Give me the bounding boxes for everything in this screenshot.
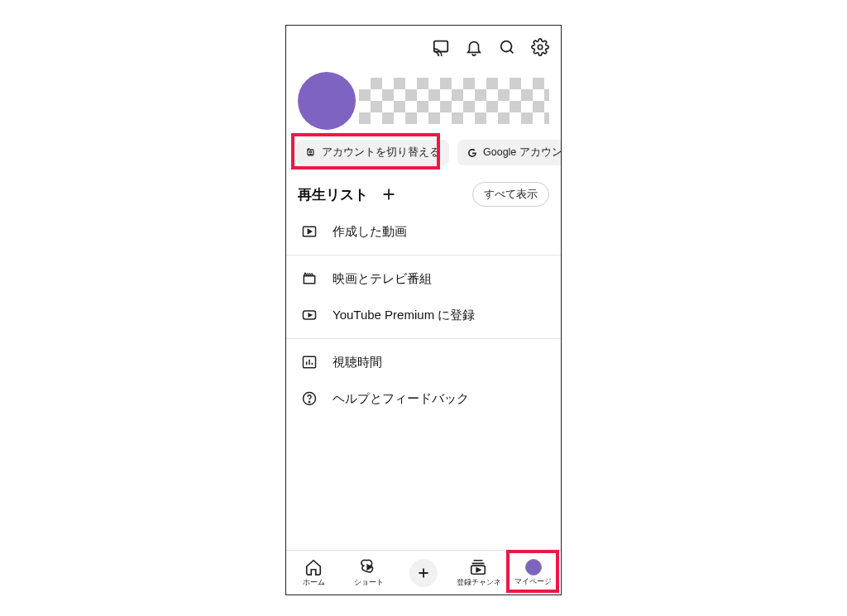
row-label: 視聴時間 — [333, 355, 382, 370]
row-label: YouTube Premium に登録 — [333, 308, 475, 323]
nav-mypage[interactable]: マイページ — [506, 551, 561, 595]
nav-label: マイページ — [514, 577, 552, 587]
nav-home[interactable]: ホーム — [286, 551, 341, 595]
help-icon — [301, 390, 318, 407]
show-all-button[interactable]: すべて表示 — [472, 182, 549, 207]
home-icon — [304, 558, 323, 576]
google-account-chip[interactable]: Google アカウン — [457, 140, 562, 165]
divider — [286, 255, 561, 255]
shorts-icon — [360, 558, 378, 576]
switch-account-icon — [305, 147, 317, 159]
playlist-title: 再生リスト — [298, 185, 368, 204]
divider — [286, 338, 561, 339]
row-label: 作成した動画 — [333, 224, 407, 240]
phone-frame: アカウントを切り替える Google アカウン 再生リスト すべて表示 作成した… — [285, 25, 562, 595]
play-box-icon — [301, 223, 318, 240]
avatar-small-icon — [525, 559, 542, 575]
svg-rect-0 — [434, 41, 448, 52]
search-icon[interactable] — [498, 38, 516, 56]
nav-label: ショート — [354, 578, 384, 588]
subscriptions-icon — [469, 558, 487, 576]
row-label: ヘルプとフィードバック — [333, 391, 469, 407]
nav-create[interactable] — [396, 551, 451, 595]
google-account-label: Google アカウン — [483, 146, 562, 160]
svg-point-9 — [309, 402, 309, 403]
row-label: 映画とテレビ番組 — [333, 271, 432, 287]
svg-point-1 — [501, 41, 512, 52]
bell-icon[interactable] — [465, 38, 483, 56]
svg-point-4 — [309, 150, 311, 152]
switch-account-label: アカウントを切り替える — [322, 146, 440, 160]
row-help-feedback[interactable]: ヘルプとフィードバック — [286, 380, 561, 417]
playlist-section-header: 再生リスト すべて表示 — [286, 169, 561, 210]
youtube-icon — [301, 307, 318, 323]
row-premium[interactable]: YouTube Premium に登録 — [286, 297, 561, 333]
row-watch-time[interactable]: 視聴時間 — [286, 344, 561, 380]
svg-point-2 — [538, 45, 543, 50]
account-chip-row: アカウントを切り替える Google アカウン — [286, 136, 561, 169]
profile-header — [286, 64, 561, 136]
menu-list: 作成した動画 映画とテレビ番組 YouTube Premium に登録 視聴時間… — [286, 210, 561, 420]
top-bar — [286, 26, 561, 64]
nav-label: ホーム — [303, 578, 325, 588]
bottom-nav: ホーム ショート 登録チャンネ.. マイページ — [286, 550, 561, 595]
switch-account-chip[interactable]: アカウントを切り替える — [296, 140, 449, 165]
clapper-icon — [301, 270, 318, 287]
cast-icon[interactable] — [432, 38, 450, 56]
avatar[interactable] — [298, 72, 356, 130]
plus-icon — [414, 564, 433, 582]
nav-shorts[interactable]: ショート — [341, 551, 395, 595]
row-movies-tv[interactable]: 映画とテレビ番組 — [286, 260, 561, 297]
settings-icon[interactable] — [531, 38, 549, 56]
nav-subscriptions[interactable]: 登録チャンネ.. — [451, 551, 505, 595]
bar-chart-icon — [301, 354, 318, 370]
nav-label: 登録チャンネ.. — [457, 578, 500, 588]
username-redacted — [359, 78, 549, 124]
row-created-videos[interactable]: 作成した動画 — [286, 213, 561, 250]
add-playlist-icon[interactable] — [380, 185, 398, 203]
google-icon — [467, 147, 478, 159]
